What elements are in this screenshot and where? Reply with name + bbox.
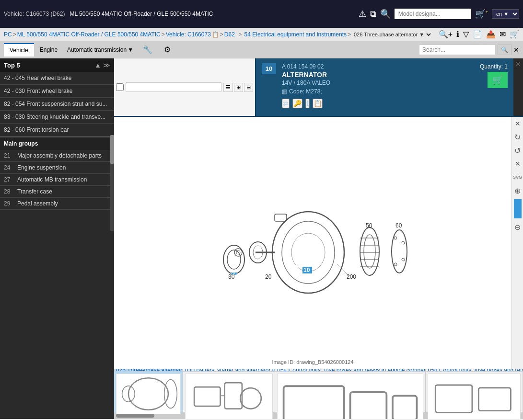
- main-layout: Top 5 ▲ ≫ 42 - 045 Rear wheel brake 42 -…: [0, 58, 523, 419]
- tabs-close-button[interactable]: ✕: [513, 46, 519, 54]
- blue-handle[interactable]: [514, 199, 522, 218]
- language-select[interactable]: en ▼: [492, 9, 519, 19]
- main-group-27-label: Automatic MB transmission: [17, 176, 87, 183]
- grid-view-icon[interactable]: ⊞: [234, 83, 243, 92]
- svg-tool-button[interactable]: SVG: [513, 172, 523, 182]
- main-group-24[interactable]: 24 Engine suspension: [0, 162, 114, 174]
- main-group-27[interactable]: 27 Automatic MB transmission: [0, 174, 114, 186]
- svg-text:50: 50: [366, 222, 372, 229]
- info-icon[interactable]: ℹ: [456, 30, 459, 39]
- thumb-item-1[interactable]: 026 Three-phase alternator ✎: [114, 369, 183, 412]
- svg-point-35: [164, 380, 177, 409]
- breadcrumb-vehicle[interactable]: Vehicle: C166073: [166, 31, 211, 38]
- part-code: Code: M278;: [289, 88, 322, 95]
- search-icon-header[interactable]: 🔍: [380, 9, 391, 19]
- part-actions: ⇄ 🔑 ℹ 📋: [282, 99, 474, 108]
- tabs-search-button[interactable]: 🔍: [498, 45, 511, 55]
- info-circle-icon[interactable]: ℹ: [305, 99, 310, 108]
- email-icon[interactable]: ✉: [500, 30, 506, 39]
- zoom-out-button[interactable]: ⊖: [513, 222, 523, 232]
- tab-gear[interactable]: ⚙: [158, 42, 176, 57]
- cart-icon[interactable]: 🛒+: [475, 9, 488, 19]
- svg-rect-8: [275, 214, 287, 221]
- tabs-bar: Vehicle Engine Automatic transmission ▼ …: [0, 41, 523, 58]
- svg-point-0: [223, 245, 244, 274]
- key-icon[interactable]: 🔑: [292, 99, 302, 108]
- right-toolbar: ✕ ↻ ↺ ✕ SVG ⊕ ⊖: [511, 117, 523, 369]
- zoom-in-icon[interactable]: 🔍+: [439, 30, 453, 39]
- svg-point-26: [394, 237, 397, 239]
- part-checkbox[interactable]: [116, 83, 124, 91]
- combined-view-icon[interactable]: ⊟: [244, 83, 253, 92]
- thumb-label-3: 054 Control units, fuse boxes and relays…: [275, 369, 425, 372]
- part-search-input[interactable]: [126, 82, 221, 92]
- main-group-28[interactable]: 28 Transfer case: [0, 186, 114, 198]
- svg-text:20: 20: [265, 273, 272, 280]
- thumbnails-section: 026 Three-phase alternator ✎ 030: [114, 369, 523, 419]
- zoom-in-button[interactable]: ⊕: [513, 186, 523, 195]
- document-icon[interactable]: 📄: [473, 30, 482, 39]
- tab-wrench[interactable]: 🔧: [137, 42, 158, 57]
- warning-icon[interactable]: ⚠: [359, 9, 366, 19]
- top5-item-1-text: 42 - 045 Rear wheel brake: [4, 75, 71, 81]
- tab-engine[interactable]: Engine: [34, 44, 63, 56]
- thumb-item-4[interactable]: 058 Control units, fuse boxes and rela..…: [426, 369, 523, 412]
- main-group-29-label: Pedal assembly: [17, 200, 58, 207]
- svg-rect-42: [393, 396, 417, 419]
- close-x-tool-button[interactable]: ✕: [513, 159, 523, 169]
- cart-main-icon[interactable]: 🛒: [510, 30, 519, 39]
- breadcrumb-d62[interactable]: D62: [224, 31, 235, 38]
- rotate-tool-button[interactable]: ↻: [513, 132, 523, 142]
- part-row-number: 10: [262, 63, 276, 74]
- part-name: ALTERNATOR: [282, 71, 474, 79]
- copy-vehicle-icon[interactable]: 📋: [212, 31, 219, 38]
- svg-text:200: 200: [347, 273, 356, 280]
- panel-close-area: ✕: [513, 58, 523, 116]
- exchange-icon[interactable]: ⇄: [282, 99, 290, 108]
- thumb-label-2: 030 Battery, starter and alternator line…: [183, 369, 275, 372]
- svg-point-6: [282, 221, 335, 284]
- vehicle-label: Vehicle: C166073 (D62): [4, 11, 65, 17]
- image-section: 30 40 10 20: [114, 117, 523, 369]
- scrollbar-thumb: [116, 414, 154, 418]
- tabs-search-input[interactable]: [419, 45, 496, 55]
- refresh-tool-button[interactable]: ↺: [513, 146, 523, 155]
- thumb-item-2[interactable]: 030 Battery, starter and alternator line…: [183, 369, 275, 412]
- add-to-cart-button[interactable]: 🛒: [488, 72, 508, 88]
- main-group-21[interactable]: 21 Major assembly detachable parts: [0, 150, 114, 162]
- panel-close-button[interactable]: ✕: [515, 60, 521, 68]
- expand-icon[interactable]: ≫: [103, 61, 110, 69]
- top5-item-4[interactable]: 83 - 030 Steering knuckle and transve...: [0, 111, 114, 124]
- vehicle-info: Vehicle: C166073 (D62): [4, 11, 65, 17]
- left-scrollbar[interactable]: [110, 135, 114, 231]
- breadcrumb-pc[interactable]: PC: [4, 31, 12, 38]
- svg-point-1: [227, 250, 241, 269]
- breadcrumb-electrical[interactable]: 54 Electrical equipment and instruments: [244, 31, 347, 38]
- main-image-area: 30 40 10 20: [114, 117, 511, 369]
- left-panel-header: Top 5 ▲ ≫: [0, 58, 114, 72]
- tab-vehicle[interactable]: Vehicle: [4, 43, 34, 57]
- collapse-icon[interactable]: ▲: [94, 61, 101, 69]
- part-card: 10 A 014 154 09 02 ALTERNATOR 14V / 180A…: [256, 58, 513, 116]
- top5-item-1[interactable]: 42 - 045 Rear wheel brake: [0, 72, 114, 85]
- alternator-dropdown[interactable]: 026 Three-phase alternator ▼: [352, 31, 432, 38]
- export-icon[interactable]: 📤: [486, 30, 496, 39]
- filter-icon[interactable]: ▽: [463, 30, 469, 39]
- breadcrumb-model[interactable]: ML 500/550 4MATIC Off-Roader / GLE 500/5…: [17, 31, 161, 38]
- top5-item-5[interactable]: 82 - 060 Front torsion bar: [0, 124, 114, 136]
- doc-icon[interactable]: 📋: [313, 99, 323, 108]
- top5-item-3[interactable]: 82 - 054 Front suspension strut and su..…: [0, 98, 114, 111]
- main-groups-title: Main groups: [0, 136, 114, 150]
- copy-icon[interactable]: ⧉: [370, 9, 376, 19]
- tab-auto-transmission[interactable]: Automatic transmission ▼: [63, 44, 137, 56]
- model-search-input[interactable]: [395, 9, 471, 19]
- view-icons: ☰ ⊞ ⊟: [223, 83, 253, 92]
- thumb-item-3[interactable]: 054 Control units, fuse boxes and relays…: [275, 369, 426, 412]
- main-group-29[interactable]: 29 Pedal assembly: [0, 198, 114, 210]
- svg-point-7: [291, 233, 325, 272]
- list-view-icon[interactable]: ☰: [223, 83, 233, 92]
- thumb-label-4: 058 Control units, fuse boxes and rela..…: [426, 369, 523, 372]
- svg-rect-43: [436, 385, 473, 412]
- top5-item-2[interactable]: 42 - 030 Front wheel brake: [0, 85, 114, 98]
- close-overlay-button[interactable]: ✕: [513, 119, 523, 128]
